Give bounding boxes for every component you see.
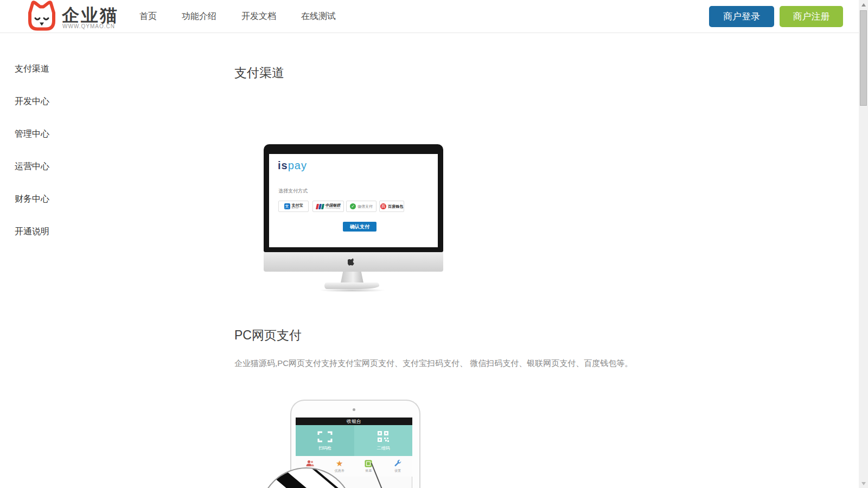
- settings-tool: 设置: [383, 456, 412, 477]
- docs-sidebar: 支付渠道 开发中心 管理中心 运营中心 财务中心 开通说明: [15, 53, 49, 248]
- scroll-up-arrow-icon[interactable]: [859, 0, 868, 9]
- bill-label: 账单: [365, 468, 372, 473]
- sidebar-item-operation-center[interactable]: 运营中心: [15, 150, 49, 183]
- scan-gun-label: 扫码枪: [318, 445, 331, 451]
- page-title: 支付渠道: [234, 65, 284, 81]
- imac-shadow: [319, 288, 385, 292]
- ispay-logo-pay: pay: [288, 159, 307, 171]
- ispay-logo-is: is: [278, 159, 288, 171]
- payment-option-unionpay: 中国银联 ChinaUnionpay: [312, 201, 344, 212]
- qr-code-icon: [377, 431, 390, 443]
- scroll-down-arrow-icon[interactable]: [859, 479, 868, 488]
- nav-item-online-test[interactable]: 在线测试: [301, 11, 336, 22]
- sidebar-item-activation-guide[interactable]: 开通说明: [15, 215, 49, 248]
- baidu-wallet-label: 百度钱包: [388, 204, 403, 209]
- scan-gun-panel: 扫码枪: [296, 425, 354, 456]
- cashier-titlebar: 收银台: [296, 418, 412, 425]
- sidebar-item-finance-center[interactable]: 财务中心: [15, 183, 49, 215]
- sidebar-item-admin-center[interactable]: 管理中心: [15, 118, 49, 150]
- top-navigation-bar: 企业猫 WWW.QYMAO.CN 首页 功能介绍 开发文档 在线测试 商户登录 …: [0, 0, 868, 33]
- section-heading-pc-web-payment: PC网页支付: [234, 327, 302, 344]
- scrollbar-thumb[interactable]: [860, 10, 867, 106]
- alipay-sublabel: ALIPAY: [292, 207, 303, 209]
- member-icon: [306, 460, 314, 467]
- coupon-label: 优惠券: [335, 468, 344, 473]
- alipay-icon: 支: [284, 203, 290, 209]
- nav-item-features[interactable]: 功能介绍: [182, 11, 216, 22]
- sidebar-item-payment-channels[interactable]: 支付渠道: [15, 53, 49, 85]
- brand-domain: WWW.QYMAO.CN: [62, 23, 115, 29]
- wrench-icon: [394, 459, 402, 467]
- sidebar-item-dev-center[interactable]: 开发中心: [15, 85, 49, 118]
- merchant-register-button[interactable]: 商户注册: [780, 6, 843, 27]
- wechat-pay-icon: ✓: [350, 203, 356, 209]
- main-nav: 首页 功能介绍 开发文档 在线测试: [139, 0, 336, 33]
- tablet-camera-icon: [353, 408, 355, 411]
- vertical-scrollbar[interactable]: [859, 0, 868, 488]
- apple-logo-icon: [348, 258, 355, 267]
- merchant-login-button[interactable]: 商户登录: [709, 6, 774, 27]
- imac-stand-neck: [341, 272, 363, 283]
- wechat-pay-label: 微信支付: [358, 204, 373, 209]
- baidu-wallet-icon: 百: [380, 203, 386, 209]
- ispay-logo: ispay: [278, 159, 307, 172]
- unionpay-sublabel: ChinaUnionpay: [326, 207, 341, 209]
- nav-item-home[interactable]: 首页: [139, 11, 157, 22]
- settings-label: 设置: [394, 468, 401, 473]
- payment-option-wechat: ✓ 微信支付: [346, 201, 376, 212]
- nav-item-docs[interactable]: 开发文档: [241, 11, 276, 22]
- scan-frame-icon: [317, 431, 333, 443]
- payment-option-baidu-wallet: 百 百度钱包: [379, 201, 404, 212]
- payment-option-alipay: 支 支付宝 ALIPAY: [278, 201, 309, 212]
- qr-code-label: 二维码: [377, 445, 390, 451]
- section-description: 企业猫源码,PC网页支付支持支付宝网页支付、支付宝扫码支付、 微信扫码支付、银联…: [234, 358, 633, 369]
- bill-tool: 账单: [354, 456, 384, 477]
- qymao-cat-logo-icon: [25, 1, 59, 32]
- choose-payment-label: 选择支付方式: [278, 188, 308, 195]
- confirm-payment-button: 确认支付: [343, 222, 376, 232]
- qr-code-panel: 二维码: [354, 425, 412, 456]
- coupon-star-icon: ★: [336, 459, 343, 467]
- unionpay-icon: [315, 204, 324, 209]
